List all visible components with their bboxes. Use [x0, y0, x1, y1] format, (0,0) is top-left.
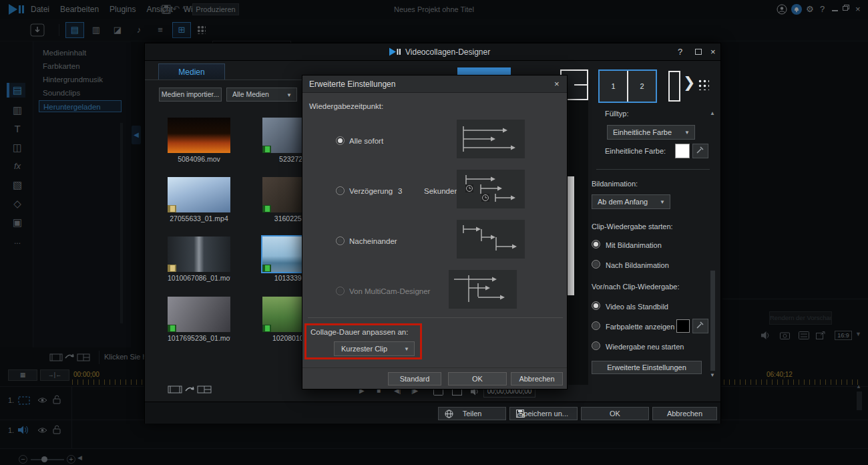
- delay-unit-label: Sekunden: [424, 187, 459, 195]
- chevron-down-icon: ▼: [404, 342, 409, 357]
- fill-type-label: Fülltyp:: [605, 110, 628, 118]
- fill-color-eyedropper-icon[interactable]: [692, 144, 708, 158]
- panel-divider: [596, 169, 710, 170]
- media-filter-value: Alle Medien: [232, 90, 269, 98]
- stock-badge-icon: [168, 325, 176, 332]
- collage-duration-dropdown[interactable]: Kurzester Clip ▼: [334, 341, 415, 356]
- stock-badge-icon: [262, 265, 271, 272]
- fill-color-label: Einheitliche Farbe:: [605, 147, 666, 155]
- diagram-sequential: [457, 220, 525, 259]
- globe-icon: [445, 410, 453, 418]
- media-thumb-1010067086[interactable]: [168, 237, 230, 272]
- collage-maximize-button[interactable]: [695, 49, 702, 55]
- default-button[interactable]: Standard: [388, 372, 441, 385]
- radio-delay[interactable]: [336, 186, 345, 195]
- ok-button[interactable]: OK: [581, 407, 649, 420]
- footer-divider: [302, 367, 567, 368]
- diagram-all-at-once: [457, 120, 525, 158]
- share-button-label: Teilen: [463, 410, 482, 418]
- template-cell-2: 2: [628, 82, 656, 90]
- template-next-chevron-icon[interactable]: ❯: [683, 74, 695, 92]
- advanced-cancel-button[interactable]: Abbrechen: [511, 372, 563, 385]
- collage-dialog-titlebar[interactable]: Videocollagen-Designer ? ×: [145, 43, 720, 61]
- stock-badge-icon: [262, 205, 271, 212]
- media-name: 1010067086_01.mov: [168, 274, 230, 282]
- save-as-button-label: Speichern un...: [519, 410, 568, 418]
- save-disk-icon: [516, 410, 524, 418]
- radio-video-still[interactable]: [592, 301, 600, 310]
- radio-with-animation-label: Mit Bildanimation: [606, 241, 662, 249]
- diagram-multicam: [449, 270, 517, 309]
- delay-value[interactable]: 3: [398, 187, 402, 195]
- template-divider: [574, 84, 588, 86]
- radio-restart-playback-label: Wiedergabe neu starten: [606, 343, 684, 351]
- radio-sequential[interactable]: [336, 237, 345, 245]
- palette-color-swatch[interactable]: [676, 319, 690, 333]
- import-media-button[interactable]: Medien importier...: [159, 88, 222, 102]
- radio-restart-playback[interactable]: [592, 341, 600, 350]
- media-name: 5084096.mov: [168, 155, 230, 163]
- media-filter-dropdown[interactable]: Alle Medien ▼: [226, 88, 297, 102]
- radio-multicam[interactable]: [336, 287, 345, 295]
- media-thumb-27055633[interactable]: [168, 177, 230, 212]
- diagram-delay: [457, 170, 525, 208]
- panel-scrollbar-thumb[interactable]: [710, 271, 715, 371]
- radio-sequential-label: Nacheinander: [349, 237, 397, 245]
- radio-video-still-label: Video als Standbild: [606, 303, 668, 311]
- collage-dialog-title: Videocollagen-Designer: [405, 47, 490, 57]
- chevron-down-icon: ▼: [286, 88, 292, 102]
- collage-help-icon[interactable]: ?: [678, 47, 682, 57]
- media-thumb-1017695236[interactable]: [168, 297, 230, 332]
- template-gallery-icon[interactable]: [697, 78, 709, 90]
- stock-badge-icon: [168, 205, 176, 212]
- media-name: 27055633_01.mp4: [168, 214, 230, 222]
- animation-label: Bildanimation:: [592, 180, 638, 188]
- advanced-settings-dialog: Erweiterte Einstellungen × Wiedergabezei…: [302, 75, 568, 390]
- save-as-button[interactable]: Speichern un...: [509, 407, 578, 420]
- radio-after-animation-label: Nach Bildanimation: [606, 261, 669, 269]
- advanced-ok-button[interactable]: OK: [448, 372, 507, 385]
- animation-value: Ab dem Anfang: [598, 198, 648, 206]
- template-cell-1: 1: [600, 82, 627, 90]
- animation-dropdown[interactable]: Ab dem Anfang ▼: [592, 194, 670, 209]
- radio-multicam-label: Von MultiCam-Designer: [349, 287, 430, 295]
- palette-eyedropper-icon[interactable]: [692, 319, 708, 333]
- radio-all-at-once-label: Alle sofort: [349, 137, 383, 145]
- playback-time-label: Wiedergabezeitpunkt:: [309, 102, 383, 110]
- advanced-divider: [308, 317, 563, 318]
- advanced-dialog-titlebar[interactable]: Erweiterte Einstellungen ×: [302, 75, 567, 93]
- collage-duration-value: Kurzester Clip: [341, 345, 387, 353]
- clip-start-label: Clip-Wiedergabe starten:: [592, 222, 673, 230]
- advanced-settings-button[interactable]: Erweiterte Einstellungen: [592, 361, 702, 374]
- chevron-down-icon: ▼: [684, 126, 690, 140]
- radio-with-animation[interactable]: [592, 240, 600, 249]
- panel-scroll-up-icon[interactable]: ▲: [710, 110, 715, 116]
- stock-badge-icon: [262, 146, 271, 153]
- stock-badge-icon: [168, 265, 176, 272]
- stock-badge-icon: [262, 325, 271, 332]
- collage-duration-label: Collage-Dauer anpassen an:: [310, 328, 408, 336]
- template-option-selected[interactable]: 1 2: [598, 69, 657, 103]
- share-button[interactable]: Teilen: [438, 407, 506, 420]
- collage-close-button[interactable]: ×: [710, 47, 716, 57]
- radio-delay-label: Verzögerung: [349, 187, 393, 195]
- panel-scroll-down-icon[interactable]: ▼: [710, 372, 715, 378]
- radio-all-at-once[interactable]: [336, 136, 345, 145]
- preview-white-fill: [568, 176, 574, 295]
- chevron-down-icon: ▼: [660, 195, 665, 210]
- template-option-partial[interactable]: [668, 71, 680, 102]
- fill-type-dropdown[interactable]: Einheitliche Farbe ▼: [607, 125, 695, 140]
- radio-color-palette-label: Farbpalette anzeigen: [606, 323, 674, 331]
- media-thumb-5084096[interactable]: [168, 118, 230, 153]
- media-name: 1017695236_01.mov: [168, 334, 230, 342]
- radio-color-palette[interactable]: [592, 321, 600, 330]
- fill-type-value: Einheitliche Farbe: [613, 128, 672, 136]
- collage-dialog-logo-icon: [389, 47, 401, 56]
- radio-after-animation[interactable]: [592, 260, 600, 269]
- tab-medien[interactable]: Medien: [158, 63, 225, 80]
- advanced-close-button[interactable]: ×: [554, 79, 560, 89]
- fill-color-swatch[interactable]: [675, 144, 690, 158]
- prepost-label: Vor/nach Clip-Wiedergabe:: [592, 283, 679, 291]
- drag-media-hint-icon: [168, 384, 214, 395]
- cancel-button[interactable]: Abbrechen: [652, 407, 717, 420]
